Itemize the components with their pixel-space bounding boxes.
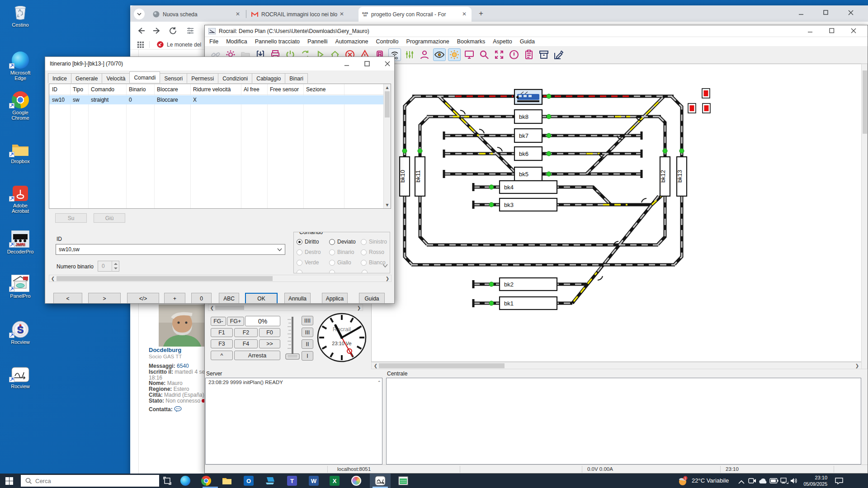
menu-guida[interactable]: Guida bbox=[520, 38, 535, 45]
throttle-sliders-icon[interactable] bbox=[403, 48, 416, 61]
rocrail-minimize-button[interactable] bbox=[807, 28, 813, 35]
menu-file[interactable]: File bbox=[209, 38, 218, 45]
speaker-icon[interactable] bbox=[790, 478, 798, 485]
edit-icon[interactable] bbox=[552, 48, 565, 61]
menu-controllo[interactable]: Controllo bbox=[376, 38, 399, 45]
menu-programmazione[interactable]: Programmazione bbox=[406, 38, 449, 45]
desktop-icon-scarm[interactable]: S Rocview bbox=[5, 320, 36, 345]
find-icon[interactable] bbox=[478, 48, 491, 61]
menu-modifica[interactable]: Modifica bbox=[226, 38, 247, 45]
next-button[interactable]: > bbox=[88, 293, 121, 304]
ok-button[interactable]: OK bbox=[245, 293, 278, 304]
rocrail-maximize-button[interactable] bbox=[829, 28, 835, 35]
f2-button[interactable]: F2 bbox=[234, 328, 258, 337]
archive-icon[interactable] bbox=[538, 48, 550, 61]
taskbar-excel-icon[interactable]: X bbox=[329, 475, 340, 486]
tab-binari[interactable]: Binari bbox=[285, 73, 308, 83]
tab-search-button[interactable] bbox=[134, 9, 145, 19]
menu-aspetto[interactable]: Aspetto bbox=[493, 38, 512, 45]
desktop-icon-edge[interactable]: Microsoft Edge bbox=[5, 51, 36, 81]
dialog-hscrollbar[interactable]: ❮ ❯ bbox=[49, 275, 392, 282]
step-1-button[interactable]: I bbox=[302, 351, 313, 361]
dialog-minimize-button[interactable] bbox=[344, 61, 350, 68]
tab-condizioni[interactable]: Condizioni bbox=[218, 73, 252, 83]
taskbar-explorer-icon[interactable] bbox=[222, 475, 232, 486]
task-view-icon[interactable] bbox=[162, 475, 173, 486]
abc-button[interactable]: ABC bbox=[219, 293, 239, 304]
signal-red-icons[interactable] bbox=[688, 89, 710, 113]
radio-verde[interactable]: Verde bbox=[297, 259, 319, 266]
brightness-sun-icon[interactable] bbox=[448, 48, 461, 61]
loco-image-block[interactable] bbox=[514, 89, 542, 104]
taskbar-device-icon[interactable] bbox=[265, 475, 276, 486]
tab-rocrail-immagini[interactable]: ROCRAIL immagini loco nei blo ✕ bbox=[248, 8, 349, 21]
taskbar-rocview-icon[interactable] bbox=[398, 475, 409, 486]
taskbar-rocrail-active[interactable] bbox=[370, 474, 391, 488]
commands-table[interactable]: IDTipoComandoBinarioBloccareRidurre velo… bbox=[49, 84, 391, 209]
info-alert-icon[interactable] bbox=[508, 48, 520, 61]
fullscreen-icon[interactable] bbox=[493, 48, 505, 61]
server-log[interactable]: 23:08:29 9999 initPlan() READY ⌃ bbox=[205, 378, 382, 465]
tab-generale[interactable]: Generale bbox=[71, 73, 102, 83]
desktop-icon-decoderpro[interactable]: JMRI DecoderPro bbox=[5, 230, 36, 254]
back-icon[interactable] bbox=[137, 26, 146, 37]
applica-button[interactable]: Applica bbox=[322, 293, 348, 304]
radio-diritto[interactable]: Diritto bbox=[297, 239, 319, 245]
taskbar-teams-icon[interactable]: T bbox=[287, 475, 297, 486]
tray-chevron-icon[interactable] bbox=[738, 479, 745, 485]
spinner-arrows[interactable] bbox=[112, 261, 119, 272]
more-functions-button[interactable]: >> bbox=[259, 339, 280, 348]
table-vscrollbar[interactable]: ▲ ▼ bbox=[383, 84, 391, 208]
f0-button[interactable]: F0 bbox=[259, 328, 280, 337]
weather-icon[interactable]: 1 bbox=[677, 476, 688, 486]
desktop-icon-dropbox[interactable]: Dropbox bbox=[5, 139, 36, 164]
extensions-icon[interactable] bbox=[186, 27, 194, 36]
action-center-icon[interactable] bbox=[835, 477, 844, 486]
f1-button[interactable]: F1 bbox=[211, 328, 233, 337]
forward-icon[interactable] bbox=[152, 26, 161, 37]
clipboard-icon[interactable] bbox=[523, 48, 535, 61]
user-icon[interactable] bbox=[418, 48, 431, 61]
tab-indice[interactable]: Indice bbox=[48, 73, 71, 83]
radio-giallo[interactable]: Giallo bbox=[329, 259, 351, 266]
browser-close-button[interactable] bbox=[848, 10, 854, 17]
throttle-hscrollbar[interactable]: ❮ ❯ bbox=[208, 304, 363, 311]
reload-icon[interactable] bbox=[169, 26, 178, 37]
browser-minimize-button[interactable] bbox=[798, 10, 804, 17]
network-icon[interactable] bbox=[780, 478, 788, 485]
desktop-icon-rocview[interactable]: RocviewRocview bbox=[5, 364, 36, 389]
browser-maximize-button[interactable] bbox=[823, 10, 829, 17]
tab-comandi[interactable]: Comandi bbox=[129, 71, 160, 82]
tab-cablaggio[interactable]: Cablaggio bbox=[252, 73, 285, 83]
plan-vscrollbar[interactable] bbox=[861, 64, 868, 369]
tab-sensori[interactable]: Sensori bbox=[160, 73, 187, 83]
table-row[interactable]: sw10swstraight0BloccareX bbox=[49, 95, 383, 104]
menu-automazione[interactable]: Automazione bbox=[335, 38, 368, 45]
taskbar-edge-icon[interactable] bbox=[180, 475, 191, 486]
monitor-icon[interactable] bbox=[463, 48, 476, 61]
tab-progetto-gery[interactable]: GASTT progetto Gery con Rocrail - For ✕ bbox=[359, 7, 472, 22]
desktop-icon-chrome[interactable]: Google Chrome bbox=[5, 90, 36, 121]
rocrail-titlebar[interactable]: Rocrail: Demo Plan (C:\Users\Utente\Down… bbox=[205, 25, 868, 37]
prev-button[interactable]: < bbox=[53, 293, 82, 304]
speed-slider[interactable] bbox=[283, 314, 301, 361]
meet-now-icon[interactable] bbox=[748, 478, 756, 485]
fg-minus-button[interactable]: FG- bbox=[211, 317, 226, 326]
zero-button[interactable]: 0 bbox=[191, 293, 212, 304]
dialog-maximize-button[interactable] bbox=[364, 61, 370, 68]
stop-arresta-button[interactable]: Arresta bbox=[234, 351, 280, 360]
numero-binario-spinner[interactable]: 0 bbox=[98, 261, 119, 272]
step-2-button[interactable]: II bbox=[302, 339, 313, 349]
battery-icon[interactable] bbox=[769, 478, 778, 485]
bookmark-favicon[interactable] bbox=[157, 41, 164, 49]
menu-pannelli[interactable]: Pannelli bbox=[307, 38, 327, 45]
fg-plus-button[interactable]: FG+ bbox=[227, 317, 244, 326]
radio-deviato[interactable]: Deviato bbox=[329, 239, 356, 245]
track-plan-panel[interactable]: .rl{stroke:#151515;stroke-width:7;fill:n… bbox=[371, 64, 862, 362]
rocrail-close-button[interactable] bbox=[851, 28, 856, 35]
id-combobox[interactable]: sw10,sw bbox=[56, 244, 285, 255]
tray-clock[interactable]: 23:1005/09/2025 bbox=[799, 474, 827, 487]
guida-button[interactable]: Guida bbox=[359, 293, 385, 304]
menu-pannello-tracciato[interactable]: Pannello tracciato bbox=[255, 38, 300, 45]
annulla-button[interactable]: Annulla bbox=[284, 293, 311, 304]
